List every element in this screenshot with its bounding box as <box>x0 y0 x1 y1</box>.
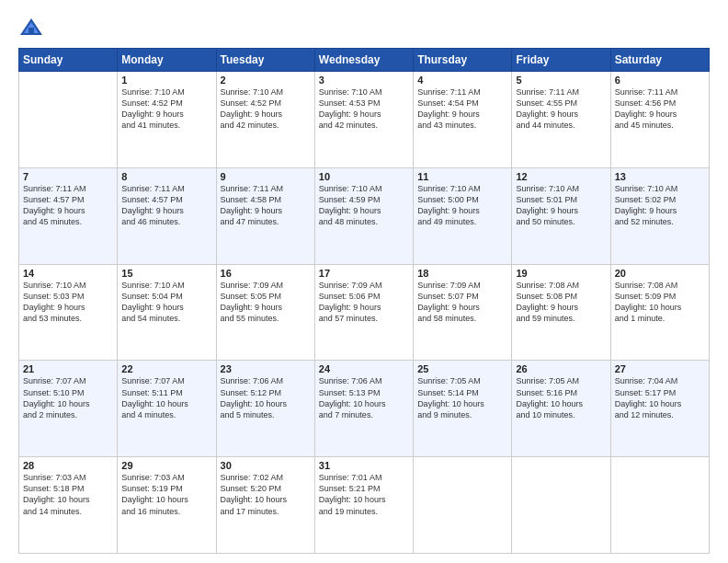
day-info: Sunrise: 7:10 AM Sunset: 5:04 PM Dayligh… <box>121 280 211 325</box>
calendar-cell: 6Sunrise: 7:11 AM Sunset: 4:56 PM Daylig… <box>610 72 709 168</box>
day-header-saturday: Saturday <box>610 49 709 72</box>
day-info: Sunrise: 7:11 AM Sunset: 4:56 PM Dayligh… <box>615 86 705 132</box>
day-info: Sunrise: 7:10 AM Sunset: 5:02 PM Dayligh… <box>615 183 705 228</box>
calendar-cell: 12Sunrise: 7:10 AM Sunset: 5:01 PM Dayli… <box>512 167 610 264</box>
calendar-cell: 4Sunrise: 7:11 AM Sunset: 4:54 PM Daylig… <box>414 72 512 168</box>
page: SundayMondayTuesdayWednesdayThursdayFrid… <box>0 0 728 563</box>
day-info: Sunrise: 7:03 AM Sunset: 5:19 PM Dayligh… <box>121 472 211 517</box>
day-info: Sunrise: 7:10 AM Sunset: 4:53 PM Dayligh… <box>319 86 409 132</box>
calendar: SundayMondayTuesdayWednesdayThursdayFrid… <box>18 48 710 554</box>
calendar-cell: 10Sunrise: 7:10 AM Sunset: 4:59 PM Dayli… <box>314 167 413 264</box>
calendar-cell: 28Sunrise: 7:03 AM Sunset: 5:18 PM Dayli… <box>19 457 118 554</box>
calendar-cell: 23Sunrise: 7:06 AM Sunset: 5:12 PM Dayli… <box>216 361 314 457</box>
day-info: Sunrise: 7:09 AM Sunset: 5:05 PM Dayligh… <box>221 280 311 325</box>
day-info: Sunrise: 7:06 AM Sunset: 5:13 PM Dayligh… <box>319 375 409 420</box>
day-number: 11 <box>417 171 507 182</box>
day-info: Sunrise: 7:05 AM Sunset: 5:14 PM Dayligh… <box>417 375 507 420</box>
day-number: 27 <box>615 363 705 374</box>
day-header-sunday: Sunday <box>19 49 118 72</box>
day-number: 2 <box>221 75 311 86</box>
calendar-cell: 20Sunrise: 7:08 AM Sunset: 5:09 PM Dayli… <box>610 264 709 361</box>
calendar-cell: 1Sunrise: 7:10 AM Sunset: 4:52 PM Daylig… <box>118 72 216 168</box>
logo-icon <box>18 15 44 40</box>
day-info: Sunrise: 7:11 AM Sunset: 4:57 PM Dayligh… <box>121 183 211 228</box>
calendar-cell <box>414 457 512 554</box>
day-header-tuesday: Tuesday <box>216 49 314 72</box>
day-number: 4 <box>417 75 507 86</box>
day-info: Sunrise: 7:01 AM Sunset: 5:21 PM Dayligh… <box>319 472 409 517</box>
day-number: 23 <box>221 363 311 374</box>
day-number: 13 <box>615 171 705 182</box>
calendar-cell: 30Sunrise: 7:02 AM Sunset: 5:20 PM Dayli… <box>216 457 314 554</box>
day-number: 29 <box>121 460 211 471</box>
calendar-cell: 31Sunrise: 7:01 AM Sunset: 5:21 PM Dayli… <box>314 457 413 554</box>
day-number: 5 <box>516 75 606 86</box>
calendar-cell: 5Sunrise: 7:11 AM Sunset: 4:55 PM Daylig… <box>512 72 610 168</box>
day-info: Sunrise: 7:11 AM Sunset: 4:58 PM Dayligh… <box>221 183 311 228</box>
calendar-cell: 7Sunrise: 7:11 AM Sunset: 4:57 PM Daylig… <box>19 167 118 264</box>
calendar-cell: 29Sunrise: 7:03 AM Sunset: 5:19 PM Dayli… <box>118 457 216 554</box>
calendar-cell: 18Sunrise: 7:09 AM Sunset: 5:07 PM Dayli… <box>414 264 512 361</box>
day-number: 21 <box>23 363 113 374</box>
day-number: 18 <box>417 268 507 279</box>
day-info: Sunrise: 7:10 AM Sunset: 5:03 PM Dayligh… <box>23 280 113 325</box>
calendar-cell: 8Sunrise: 7:11 AM Sunset: 4:57 PM Daylig… <box>118 167 216 264</box>
calendar-week-2: 7Sunrise: 7:11 AM Sunset: 4:57 PM Daylig… <box>19 167 710 264</box>
svg-rect-2 <box>28 28 34 35</box>
calendar-cell: 2Sunrise: 7:10 AM Sunset: 4:52 PM Daylig… <box>216 72 314 168</box>
day-info: Sunrise: 7:10 AM Sunset: 4:52 PM Dayligh… <box>121 86 211 132</box>
calendar-header-row: SundayMondayTuesdayWednesdayThursdayFrid… <box>19 49 710 72</box>
calendar-cell: 16Sunrise: 7:09 AM Sunset: 5:05 PM Dayli… <box>216 264 314 361</box>
day-info: Sunrise: 7:02 AM Sunset: 5:20 PM Dayligh… <box>221 472 311 517</box>
day-info: Sunrise: 7:07 AM Sunset: 5:10 PM Dayligh… <box>23 375 113 420</box>
calendar-cell: 24Sunrise: 7:06 AM Sunset: 5:13 PM Dayli… <box>314 361 413 457</box>
day-number: 26 <box>516 363 606 374</box>
calendar-week-4: 21Sunrise: 7:07 AM Sunset: 5:10 PM Dayli… <box>19 361 710 457</box>
day-info: Sunrise: 7:10 AM Sunset: 5:01 PM Dayligh… <box>516 183 606 228</box>
day-number: 22 <box>121 363 211 374</box>
calendar-cell: 26Sunrise: 7:05 AM Sunset: 5:16 PM Dayli… <box>512 361 610 457</box>
day-info: Sunrise: 7:07 AM Sunset: 5:11 PM Dayligh… <box>121 375 211 420</box>
day-number: 7 <box>23 171 113 182</box>
logo <box>18 15 48 40</box>
day-number: 12 <box>516 171 606 182</box>
day-info: Sunrise: 7:11 AM Sunset: 4:54 PM Dayligh… <box>417 86 507 132</box>
day-number: 31 <box>319 460 409 471</box>
day-number: 25 <box>417 363 507 374</box>
day-number: 10 <box>319 171 409 182</box>
day-number: 8 <box>121 171 211 182</box>
calendar-cell: 21Sunrise: 7:07 AM Sunset: 5:10 PM Dayli… <box>19 361 118 457</box>
calendar-cell: 22Sunrise: 7:07 AM Sunset: 5:11 PM Dayli… <box>118 361 216 457</box>
day-number: 14 <box>23 268 113 279</box>
calendar-cell <box>19 72 118 168</box>
calendar-week-3: 14Sunrise: 7:10 AM Sunset: 5:03 PM Dayli… <box>19 264 710 361</box>
day-number: 17 <box>319 268 409 279</box>
day-number: 19 <box>516 268 606 279</box>
day-info: Sunrise: 7:10 AM Sunset: 4:59 PM Dayligh… <box>319 183 409 228</box>
calendar-week-1: 1Sunrise: 7:10 AM Sunset: 4:52 PM Daylig… <box>19 72 710 168</box>
calendar-cell: 17Sunrise: 7:09 AM Sunset: 5:06 PM Dayli… <box>314 264 413 361</box>
day-info: Sunrise: 7:09 AM Sunset: 5:06 PM Dayligh… <box>319 280 409 325</box>
day-number: 30 <box>221 460 311 471</box>
calendar-cell: 3Sunrise: 7:10 AM Sunset: 4:53 PM Daylig… <box>314 72 413 168</box>
header <box>18 15 710 40</box>
day-info: Sunrise: 7:10 AM Sunset: 4:52 PM Dayligh… <box>221 86 311 132</box>
day-header-monday: Monday <box>118 49 216 72</box>
day-info: Sunrise: 7:08 AM Sunset: 5:08 PM Dayligh… <box>516 280 606 325</box>
calendar-cell: 27Sunrise: 7:04 AM Sunset: 5:17 PM Dayli… <box>610 361 709 457</box>
calendar-cell <box>512 457 610 554</box>
day-info: Sunrise: 7:04 AM Sunset: 5:17 PM Dayligh… <box>615 375 705 420</box>
day-info: Sunrise: 7:09 AM Sunset: 5:07 PM Dayligh… <box>417 280 507 325</box>
day-info: Sunrise: 7:08 AM Sunset: 5:09 PM Dayligh… <box>615 280 705 325</box>
day-header-friday: Friday <box>512 49 610 72</box>
day-number: 24 <box>319 363 409 374</box>
day-number: 15 <box>121 268 211 279</box>
day-header-thursday: Thursday <box>414 49 512 72</box>
day-number: 28 <box>23 460 113 471</box>
calendar-cell: 19Sunrise: 7:08 AM Sunset: 5:08 PM Dayli… <box>512 264 610 361</box>
day-info: Sunrise: 7:03 AM Sunset: 5:18 PM Dayligh… <box>23 472 113 517</box>
day-info: Sunrise: 7:11 AM Sunset: 4:57 PM Dayligh… <box>23 183 113 228</box>
day-number: 3 <box>319 75 409 86</box>
calendar-cell: 11Sunrise: 7:10 AM Sunset: 5:00 PM Dayli… <box>414 167 512 264</box>
day-number: 20 <box>615 268 705 279</box>
